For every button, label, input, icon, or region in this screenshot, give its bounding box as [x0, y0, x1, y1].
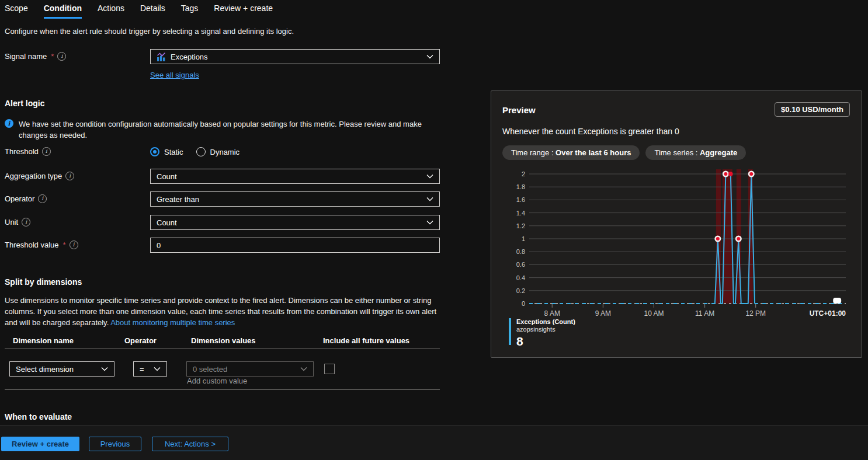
chevron-down-icon: [154, 367, 161, 371]
aggregation-type-value: Count: [157, 172, 177, 181]
condition-summary: Whenever the count Exceptions is greater…: [502, 127, 679, 136]
cost-badge: $0.10 USD/month: [775, 102, 850, 117]
threshold-label: Threshold i: [5, 147, 51, 156]
tab-tags[interactable]: Tags: [181, 4, 199, 19]
svg-text:1.4: 1.4: [516, 210, 525, 217]
info-icon[interactable]: i: [70, 241, 78, 249]
svg-text:10 AM: 10 AM: [644, 309, 664, 316]
chart-legend[interactable]: Exceptions (Count) azopsinsights 8: [509, 318, 575, 347]
preview-chart-area: 21.81.61.41.210.80.60.40.208 AM9 AM10 AM…: [501, 166, 851, 316]
tab-condition[interactable]: Condition: [44, 4, 82, 19]
unit-select[interactable]: Count: [150, 215, 440, 230]
tab-scope[interactable]: Scope: [5, 4, 28, 19]
include-future-values-checkbox[interactable]: [324, 364, 335, 374]
info-icon[interactable]: i: [57, 52, 66, 61]
info-filled-icon: i: [5, 119, 13, 128]
operator-value: Greater than: [157, 195, 199, 204]
info-icon[interactable]: i: [38, 194, 47, 203]
threshold-value-label: Threshold value* i: [5, 241, 78, 249]
radio-static[interactable]: Static: [150, 147, 183, 156]
previous-button[interactable]: Previous: [89, 437, 141, 451]
preview-title: Preview: [502, 105, 536, 115]
legend-resource-name: azopsinsights: [516, 326, 575, 333]
svg-text:11 AM: 11 AM: [695, 309, 714, 316]
time-range-pill-value: Over the last 6 hours: [555, 148, 631, 157]
metrics-icon: [157, 52, 166, 61]
next-actions-button[interactable]: Next: Actions >: [152, 437, 228, 451]
threshold-value-input[interactable]: [150, 238, 440, 253]
signal-name-label-text: Signal name: [5, 52, 47, 61]
aggregation-type-label: Aggregation type i: [5, 172, 74, 180]
about-monitoring-link[interactable]: About monitoring multiple time series: [110, 318, 235, 327]
operator-select[interactable]: Greater than: [150, 191, 440, 207]
operator-label-text: Operator: [5, 194, 34, 203]
radio-static-label: Static: [164, 148, 183, 156]
split-by-dimensions-heading: Split by dimensions: [5, 277, 82, 287]
add-custom-value-link[interactable]: Add custom value: [187, 377, 247, 385]
required-asterisk: *: [51, 52, 54, 61]
preview-chart: 21.81.61.41.210.80.60.40.208 AM9 AM10 AM…: [501, 166, 851, 316]
signal-name-select[interactable]: Exceptions: [150, 49, 440, 64]
chevron-down-icon: [426, 54, 433, 59]
aggregation-type-select[interactable]: Count: [150, 169, 440, 184]
svg-text:0.4: 0.4: [516, 274, 525, 281]
unit-value: Count: [157, 218, 177, 227]
radio-static-circle: [150, 147, 159, 156]
chevron-down-icon: [426, 174, 433, 179]
aggregation-type-label-text: Aggregation type: [5, 172, 62, 180]
table-row-divider: [5, 389, 440, 390]
preview-pills: Time range : Over the last 6 hours Time …: [502, 145, 746, 160]
see-all-signals-link[interactable]: See all signals: [150, 71, 199, 79]
page-description: Configure when the alert rule should tri…: [5, 27, 294, 36]
threshold-label-text: Threshold: [5, 147, 39, 156]
signal-name-value: Exceptions: [171, 53, 208, 61]
radio-dynamic-label: Dynamic: [210, 148, 240, 156]
time-series-pill-value: Aggregate: [700, 148, 737, 157]
radio-dynamic[interactable]: Dynamic: [196, 147, 240, 156]
col-operator: Operator: [124, 336, 157, 345]
table-header-divider: [5, 349, 440, 349]
svg-text:1.8: 1.8: [516, 183, 525, 190]
svg-text:0: 0: [522, 300, 525, 307]
svg-text:UTC+01:00: UTC+01:00: [810, 309, 846, 316]
dimension-operator-select[interactable]: =: [133, 361, 167, 377]
svg-text:0.6: 0.6: [516, 261, 525, 268]
info-message: i We have set the condition configuratio…: [5, 119, 431, 141]
dimension-name-value: Select dimension: [16, 365, 74, 374]
chevron-down-icon: [426, 220, 433, 225]
info-icon[interactable]: i: [42, 147, 51, 156]
footer-bar: Review + create Previous Next: Actions >: [0, 425, 868, 460]
dimension-name-select[interactable]: Select dimension: [9, 361, 114, 377]
info-icon[interactable]: i: [22, 218, 30, 226]
tab-review-create[interactable]: Review + create: [214, 4, 273, 19]
threshold-radio-group: Static Dynamic: [150, 144, 440, 159]
svg-text:0.8: 0.8: [516, 248, 525, 255]
legend-total-count: 8: [516, 335, 575, 347]
time-series-pill[interactable]: Time series : Aggregate: [645, 145, 746, 160]
operator-label: Operator i: [5, 194, 47, 203]
svg-text:1.6: 1.6: [516, 196, 525, 203]
dimension-values-value: 0 selected: [193, 365, 227, 374]
tab-details[interactable]: Details: [140, 4, 165, 19]
split-description: Use dimensions to monitor specific time …: [5, 295, 442, 328]
legend-series-name: Exceptions (Count): [516, 318, 575, 326]
tab-actions[interactable]: Actions: [98, 4, 124, 19]
time-range-pill[interactable]: Time range : Over the last 6 hours: [502, 145, 640, 160]
info-icon[interactable]: i: [65, 172, 74, 180]
col-dimension-name: Dimension name: [13, 336, 74, 345]
radio-dynamic-circle: [196, 147, 206, 156]
wizard-tabs: Scope Condition Actions Details Tags Rev…: [5, 4, 273, 19]
col-include-future-values: Include all future values: [323, 336, 409, 345]
legend-color-bar: [509, 318, 511, 345]
time-range-pill-prefix: Time range :: [511, 148, 555, 157]
signal-name-label: Signal name* i: [5, 52, 66, 61]
chevron-down-icon: [300, 367, 307, 371]
svg-text:8 AM: 8 AM: [544, 309, 560, 316]
review-create-button[interactable]: Review + create: [1, 437, 79, 451]
svg-text:1.2: 1.2: [516, 222, 525, 229]
alert-logic-heading: Alert logic: [5, 99, 44, 108]
dimension-values-select[interactable]: 0 selected: [186, 361, 314, 377]
info-message-text: We have set the condition configuration …: [19, 119, 428, 141]
svg-text:2: 2: [522, 170, 525, 177]
time-series-pill-prefix: Time series :: [654, 148, 700, 157]
